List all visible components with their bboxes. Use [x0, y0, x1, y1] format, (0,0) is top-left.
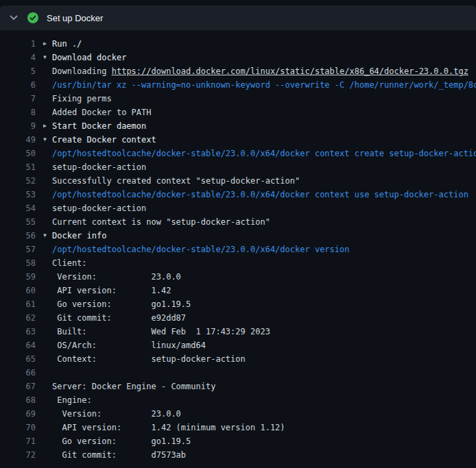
line-number[interactable]: 55 — [0, 215, 36, 229]
log-text: Version: 23.0.0 — [52, 407, 476, 421]
marker-spacer — [36, 338, 52, 352]
log-text: Built: Wed Feb 1 17:43:29 2023 — [52, 325, 476, 338]
log-line: 51setup-docker-action — [0, 160, 476, 174]
marker-spacer — [36, 325, 52, 338]
log-text: /usr/bin/tar xz --warning=no-unknown-key… — [52, 78, 476, 92]
line-number[interactable]: 66 — [0, 366, 36, 380]
line-number[interactable]: 51 — [0, 160, 36, 174]
line-number[interactable]: 61 — [0, 297, 36, 311]
log-text: Git commit: d7573ab — [52, 448, 476, 462]
marker-spacer — [36, 215, 52, 229]
log-line: 68 Engine: — [0, 393, 476, 407]
line-number[interactable]: 9 — [0, 119, 36, 133]
marker-spacer — [36, 147, 52, 160]
marker-spacer — [36, 297, 52, 311]
log-text: Successfully created context "setup-dock… — [52, 174, 476, 188]
log-text: Fixing perms — [52, 92, 476, 106]
expand-group-icon[interactable]: ▶ — [36, 37, 52, 51]
log-text: Go version: go1.19.5 — [52, 297, 476, 311]
log-line: 54setup-docker-action — [0, 201, 476, 215]
line-number[interactable]: 72 — [0, 448, 36, 462]
log-lines: 1▶Run ./4▼Download docker5Downloading ht… — [0, 30, 476, 462]
line-number[interactable]: 68 — [0, 393, 36, 407]
log-line: 56▼Docker info — [0, 229, 476, 243]
marker-spacer — [36, 434, 52, 448]
log-line: 66 — [0, 366, 476, 380]
log-text: setup-docker-action — [52, 201, 476, 215]
line-number[interactable]: 52 — [0, 174, 36, 188]
log-line: 72 Git commit: d7573ab — [0, 448, 476, 462]
log-line: 63 Built: Wed Feb 1 17:43:29 2023 — [0, 325, 476, 338]
log-text: OS/Arch: linux/amd64 — [52, 338, 476, 352]
log-line: 50/opt/hostedtoolcache/docker-stable/23.… — [0, 147, 476, 160]
log-line: 7Fixing perms — [0, 92, 476, 106]
line-number[interactable]: 70 — [0, 421, 36, 434]
log-text: Run ./ — [52, 37, 476, 51]
log-line: 58Client: — [0, 256, 476, 270]
line-number[interactable]: 8 — [0, 106, 36, 119]
line-number[interactable]: 1 — [0, 37, 36, 51]
log-text: Context: setup-docker-action — [52, 352, 476, 366]
log-line: 55Current context is now "setup-docker-a… — [0, 215, 476, 229]
log-line: 1▶Run ./ — [0, 37, 476, 51]
line-number[interactable]: 49 — [0, 133, 36, 147]
collapse-group-icon[interactable]: ▼ — [36, 133, 52, 147]
line-number[interactable]: 59 — [0, 270, 36, 284]
line-number[interactable]: 53 — [0, 188, 36, 201]
log-line: 8Added Docker to PATH — [0, 106, 476, 119]
marker-spacer — [36, 256, 52, 270]
line-number[interactable]: 71 — [0, 434, 36, 448]
line-number[interactable]: 58 — [0, 256, 36, 270]
step-header[interactable]: Set up Docker — [0, 5, 476, 30]
marker-spacer — [36, 380, 52, 393]
line-number[interactable]: 69 — [0, 407, 36, 421]
line-number[interactable]: 63 — [0, 325, 36, 338]
log-text-prefix: Downloading — [52, 66, 112, 76]
step-title: Set up Docker — [47, 13, 103, 23]
chevron-down-icon[interactable] — [8, 12, 19, 23]
log-line: 49▼Create Docker context — [0, 133, 476, 147]
line-number[interactable]: 50 — [0, 147, 36, 160]
log-text: Go version: go1.19.5 — [52, 434, 476, 448]
log-text: Git commit: e92dd87 — [52, 311, 476, 325]
log-line: 4▼Download docker — [0, 51, 476, 64]
log-text: Start Docker daemon — [52, 119, 476, 133]
marker-spacer — [36, 393, 52, 407]
line-number[interactable]: 65 — [0, 352, 36, 366]
line-number[interactable]: 60 — [0, 284, 36, 297]
line-number[interactable]: 67 — [0, 380, 36, 393]
line-number[interactable]: 54 — [0, 201, 36, 215]
marker-spacer — [36, 64, 52, 78]
log-line: 57/opt/hostedtoolcache/docker-stable/23.… — [0, 243, 476, 256]
line-number[interactable]: 64 — [0, 338, 36, 352]
line-number[interactable]: 56 — [0, 229, 36, 243]
download-url-link[interactable]: https://download.docker.com/linux/static… — [112, 66, 468, 76]
marker-spacer — [36, 174, 52, 188]
marker-spacer — [36, 243, 52, 256]
marker-spacer — [36, 78, 52, 92]
log-text — [52, 366, 476, 380]
line-number[interactable]: 7 — [0, 92, 36, 106]
expand-group-icon[interactable]: ▶ — [36, 119, 52, 133]
log-text: Docker info — [52, 229, 476, 243]
log-line: 59 Version: 23.0.0 — [0, 270, 476, 284]
marker-spacer — [36, 448, 52, 462]
log-line: 53/opt/hostedtoolcache/docker-stable/23.… — [0, 188, 476, 201]
log-line: 65 Context: setup-docker-action — [0, 352, 476, 366]
collapse-group-icon[interactable]: ▼ — [36, 229, 52, 243]
log-text: API version: 1.42 (minimum version 1.12) — [52, 421, 476, 434]
line-number[interactable]: 4 — [0, 51, 36, 64]
collapse-group-icon[interactable]: ▼ — [36, 51, 52, 64]
log-line: 69 Version: 23.0.0 — [0, 407, 476, 421]
line-number[interactable]: 62 — [0, 311, 36, 325]
marker-spacer — [36, 201, 52, 215]
marker-spacer — [36, 284, 52, 297]
log-text: Engine: — [52, 393, 476, 407]
line-number[interactable]: 6 — [0, 78, 36, 92]
line-number[interactable]: 5 — [0, 64, 36, 78]
line-number[interactable]: 57 — [0, 243, 36, 256]
log-line: 52Successfully created context "setup-do… — [0, 174, 476, 188]
log-line: 64 OS/Arch: linux/amd64 — [0, 338, 476, 352]
log-line: 9▶Start Docker daemon — [0, 119, 476, 133]
log-text: setup-docker-action — [52, 160, 476, 174]
